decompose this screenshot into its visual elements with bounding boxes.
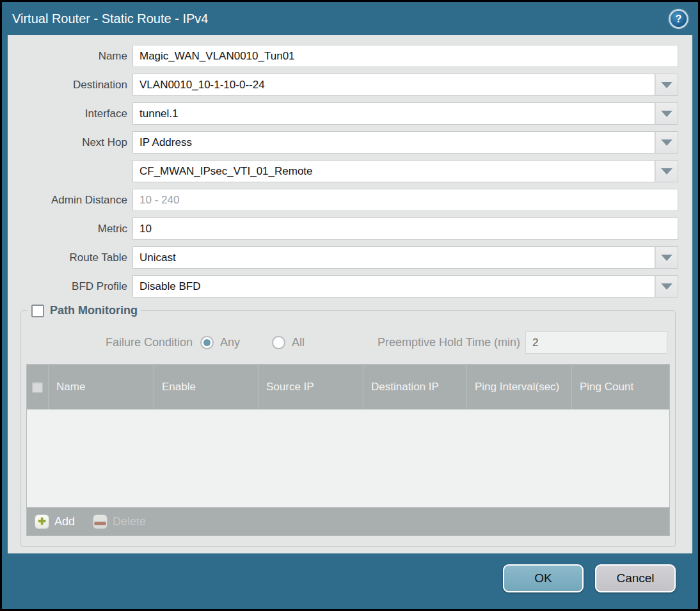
route-table-input[interactable] [132,246,655,269]
failure-condition-row: Failure Condition Any All Preemptive Hol… [106,331,667,354]
chevron-down-icon [661,283,672,290]
plus-icon: ✚ [35,514,49,529]
form-row-next-hop: Next Hop [8,131,678,154]
minus-icon: ▬ [93,514,107,529]
column-header-enable[interactable]: Enable [154,365,259,409]
select-all-checkbox[interactable] [32,382,43,393]
path-monitoring-checkbox[interactable] [31,305,44,317]
form-row-interface: Interface [8,102,678,125]
next-hop-address-input[interactable] [132,160,655,182]
failure-condition-all-radio[interactable] [272,336,285,349]
interface-label: Interface [8,107,132,120]
route-table-label: Route Table [8,251,132,264]
destination-input[interactable] [132,74,655,96]
destination-dropdown-button[interactable] [655,74,678,96]
cancel-button[interactable]: Cancel [595,564,676,592]
table-body-empty [27,409,669,507]
add-button-label: Add [54,515,75,528]
static-route-dialog: Virtual Router - Static Route - IPv4 ? N… [2,2,698,609]
chevron-down-icon [661,139,672,146]
delete-button[interactable]: ▬ Delete [93,514,146,529]
form-row-metric: Metric [8,218,678,240]
failure-condition-label: Failure Condition [106,336,193,349]
path-monitoring-legend: Path Monitoring [28,304,141,317]
failure-condition-all-label: All [292,336,305,349]
chevron-down-icon [661,255,672,261]
bfd-profile-label: BFD Profile [8,280,132,293]
delete-button-label: Delete [113,515,146,528]
form-row-route-table: Route Table [8,246,678,269]
route-table-dropdown-button[interactable] [655,246,678,269]
table-header-checkbox-cell [27,365,49,409]
ok-button[interactable]: OK [503,564,584,592]
next-hop-type-input[interactable] [132,131,655,154]
destination-label: Destination [8,79,132,91]
path-monitoring-table: Name Enable Source IP Destination IP Pin… [26,364,670,536]
metric-input[interactable] [132,218,678,240]
column-header-name[interactable]: Name [49,365,154,409]
form-row-bfd-profile: BFD Profile [8,275,678,298]
failure-condition-any-label: Any [220,336,240,349]
admin-distance-label: Admin Distance [8,194,132,207]
name-input[interactable] [132,45,678,67]
help-icon[interactable]: ? [671,11,687,27]
dialog-title: Virtual Router - Static Route - IPv4 [12,12,208,26]
metric-label: Metric [8,223,132,235]
failure-condition-any-radio[interactable] [200,336,214,349]
name-label: Name [8,50,132,63]
column-header-ping-interval[interactable]: Ping Interval(sec) [467,365,572,409]
table-header-row: Name Enable Source IP Destination IP Pin… [27,365,669,409]
chevron-down-icon [661,168,672,175]
add-button[interactable]: ✚ Add [35,514,75,529]
preemptive-hold-time-input[interactable] [525,331,667,354]
dialog-content: Name Destination Interface [8,35,692,553]
column-header-source-ip[interactable]: Source IP [259,365,363,409]
form-row-admin-distance: Admin Distance [8,189,678,211]
interface-dropdown-button[interactable] [655,102,678,125]
interface-input[interactable] [132,102,655,125]
column-header-destination-ip[interactable]: Destination IP [363,365,467,409]
admin-distance-input[interactable] [132,189,678,211]
next-hop-label: Next Hop [8,136,132,149]
path-monitoring-title: Path Monitoring [50,304,138,317]
next-hop-address-dropdown-button[interactable] [655,160,678,182]
next-hop-type-dropdown-button[interactable] [655,131,678,154]
form-row-destination: Destination [8,74,678,96]
path-monitoring-group: Path Monitoring Failure Condition Any Al… [20,304,676,547]
bfd-profile-input[interactable] [132,275,655,298]
chevron-down-icon [661,111,672,117]
dialog-footer-buttons: OK Cancel [503,564,676,592]
bfd-profile-dropdown-button[interactable] [655,275,678,298]
table-toolbar: ✚ Add ▬ Delete [27,507,669,536]
form-row-next-hop-value [8,160,678,182]
column-header-ping-count[interactable]: Ping Count [572,365,669,409]
chevron-down-icon [661,82,672,88]
form-row-name: Name [8,45,678,67]
dialog-titlebar: Virtual Router - Static Route - IPv4 ? [2,2,698,33]
preemptive-hold-time-label: Preemptive Hold Time (min) [378,336,520,349]
